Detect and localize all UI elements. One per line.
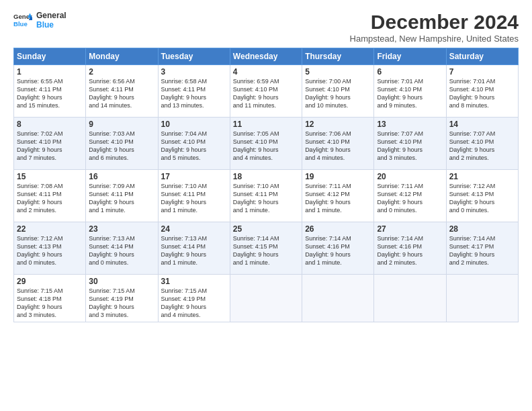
day-number: 6 [377,67,443,77]
calendar-cell: 15Sunrise: 7:08 AM Sunset: 4:11 PM Dayli… [14,170,86,222]
logo-text-line1: General [36,11,66,20]
calendar-body: 1Sunrise: 6:55 AM Sunset: 4:11 PM Daylig… [14,65,519,322]
day-number: 12 [305,120,371,129]
day-number: 11 [233,120,299,129]
day-info: Sunrise: 7:00 AM Sunset: 4:10 PM Dayligh… [305,77,371,110]
calendar-cell: 13Sunrise: 7:07 AM Sunset: 4:10 PM Dayli… [374,118,446,170]
calendar-cell [302,275,374,322]
day-info: Sunrise: 7:07 AM Sunset: 4:10 PM Dayligh… [449,130,515,163]
day-number: 7 [449,67,515,77]
weekday-header-thursday: Thursday [302,48,374,65]
day-info: Sunrise: 7:09 AM Sunset: 4:11 PM Dayligh… [89,182,154,215]
calendar-cell: 8Sunrise: 7:02 AM Sunset: 4:10 PM Daylig… [14,118,86,170]
day-number: 26 [305,224,371,234]
calendar-cell: 26Sunrise: 7:14 AM Sunset: 4:16 PM Dayli… [302,222,374,275]
week-row-4: 22Sunrise: 7:12 AM Sunset: 4:13 PM Dayli… [14,222,519,275]
day-info: Sunrise: 7:15 AM Sunset: 4:19 PM Dayligh… [161,287,227,320]
calendar-cell [230,275,302,322]
day-number: 10 [161,120,227,129]
day-info: Sunrise: 7:01 AM Sunset: 4:10 PM Dayligh… [377,77,443,110]
calendar-cell: 27Sunrise: 7:14 AM Sunset: 4:16 PM Dayli… [374,222,446,275]
day-info: Sunrise: 7:10 AM Sunset: 4:11 PM Dayligh… [233,182,299,215]
calendar-cell: 5Sunrise: 7:00 AM Sunset: 4:10 PM Daylig… [302,65,374,118]
day-info: Sunrise: 7:15 AM Sunset: 4:18 PM Dayligh… [17,287,83,320]
calendar-cell: 28Sunrise: 7:14 AM Sunset: 4:17 PM Dayli… [446,222,518,275]
calendar-cell [446,275,518,322]
calendar-table: SundayMondayTuesdayWednesdayThursdayFrid… [13,48,519,322]
day-info: Sunrise: 7:14 AM Sunset: 4:16 PM Dayligh… [377,234,443,267]
day-number: 15 [17,172,83,181]
calendar-cell: 1Sunrise: 6:55 AM Sunset: 4:11 PM Daylig… [14,65,86,118]
calendar-cell: 17Sunrise: 7:10 AM Sunset: 4:11 PM Dayli… [158,170,230,222]
day-info: Sunrise: 7:07 AM Sunset: 4:10 PM Dayligh… [377,130,443,163]
calendar-cell: 11Sunrise: 7:05 AM Sunset: 4:10 PM Dayli… [230,118,302,170]
day-number: 3 [161,67,227,77]
day-info: Sunrise: 7:11 AM Sunset: 4:12 PM Dayligh… [377,182,443,215]
weekday-header-tuesday: Tuesday [158,48,230,65]
calendar-cell: 14Sunrise: 7:07 AM Sunset: 4:10 PM Dayli… [446,118,518,170]
week-row-5: 29Sunrise: 7:15 AM Sunset: 4:18 PM Dayli… [14,275,519,322]
day-number: 1 [17,67,83,77]
day-info: Sunrise: 7:10 AM Sunset: 4:11 PM Dayligh… [161,182,227,215]
calendar-cell: 12Sunrise: 7:06 AM Sunset: 4:10 PM Dayli… [302,118,374,170]
day-info: Sunrise: 6:59 AM Sunset: 4:10 PM Dayligh… [233,77,299,110]
calendar-cell: 2Sunrise: 6:56 AM Sunset: 4:11 PM Daylig… [86,65,158,118]
day-number: 23 [89,224,154,234]
calendar-cell: 25Sunrise: 7:14 AM Sunset: 4:15 PM Dayli… [230,222,302,275]
day-info: Sunrise: 7:14 AM Sunset: 4:15 PM Dayligh… [233,234,299,267]
day-number: 30 [89,277,154,286]
day-number: 4 [233,67,299,77]
calendar-cell: 7Sunrise: 7:01 AM Sunset: 4:10 PM Daylig… [446,65,518,118]
day-info: Sunrise: 7:12 AM Sunset: 4:13 PM Dayligh… [449,182,515,215]
day-number: 2 [89,67,154,77]
calendar-cell: 31Sunrise: 7:15 AM Sunset: 4:19 PM Dayli… [158,275,230,322]
day-info: Sunrise: 6:58 AM Sunset: 4:11 PM Dayligh… [161,77,227,110]
weekday-header-saturday: Saturday [446,48,518,65]
calendar-header: SundayMondayTuesdayWednesdayThursdayFrid… [14,48,519,65]
day-info: Sunrise: 7:01 AM Sunset: 4:10 PM Dayligh… [449,77,515,110]
day-info: Sunrise: 7:08 AM Sunset: 4:11 PM Dayligh… [17,182,83,215]
calendar-cell: 10Sunrise: 7:04 AM Sunset: 4:10 PM Dayli… [158,118,230,170]
day-info: Sunrise: 7:13 AM Sunset: 4:14 PM Dayligh… [161,234,227,267]
calendar-cell: 21Sunrise: 7:12 AM Sunset: 4:13 PM Dayli… [446,170,518,222]
day-number: 14 [449,120,515,129]
day-number: 17 [161,172,227,181]
day-number: 27 [377,224,443,234]
weekday-header-sunday: Sunday [14,48,86,65]
day-number: 8 [17,120,83,129]
calendar-cell: 19Sunrise: 7:11 AM Sunset: 4:12 PM Dayli… [302,170,374,222]
logo: General Blue General Blue [13,11,66,30]
location: Hampstead, New Hampshire, United States [350,34,519,44]
day-info: Sunrise: 7:15 AM Sunset: 4:19 PM Dayligh… [89,287,154,320]
calendar-cell: 23Sunrise: 7:13 AM Sunset: 4:14 PM Dayli… [86,222,158,275]
day-info: Sunrise: 7:05 AM Sunset: 4:10 PM Dayligh… [233,130,299,163]
svg-text:Blue: Blue [13,20,28,28]
week-row-2: 8Sunrise: 7:02 AM Sunset: 4:10 PM Daylig… [14,118,519,170]
logo-icon: General Blue [13,11,32,30]
day-number: 24 [161,224,227,234]
calendar-cell: 9Sunrise: 7:03 AM Sunset: 4:10 PM Daylig… [86,118,158,170]
day-info: Sunrise: 7:06 AM Sunset: 4:10 PM Dayligh… [305,130,371,163]
main-container: General Blue General Blue December 2024 … [0,0,532,329]
month-title: December 2024 [350,11,519,34]
week-row-3: 15Sunrise: 7:08 AM Sunset: 4:11 PM Dayli… [14,170,519,222]
day-number: 28 [449,224,515,234]
day-number: 22 [17,224,83,234]
day-info: Sunrise: 7:12 AM Sunset: 4:13 PM Dayligh… [17,234,83,267]
day-number: 21 [449,172,515,181]
calendar-cell: 29Sunrise: 7:15 AM Sunset: 4:18 PM Dayli… [14,275,86,322]
calendar-cell: 4Sunrise: 6:59 AM Sunset: 4:10 PM Daylig… [230,65,302,118]
weekday-header-friday: Friday [374,48,446,65]
week-row-1: 1Sunrise: 6:55 AM Sunset: 4:11 PM Daylig… [14,65,519,118]
day-info: Sunrise: 7:04 AM Sunset: 4:10 PM Dayligh… [161,130,227,163]
day-number: 19 [305,172,371,181]
day-info: Sunrise: 6:55 AM Sunset: 4:11 PM Dayligh… [17,77,83,110]
day-info: Sunrise: 6:56 AM Sunset: 4:11 PM Dayligh… [89,77,154,110]
day-number: 9 [89,120,154,129]
calendar-cell: 3Sunrise: 6:58 AM Sunset: 4:11 PM Daylig… [158,65,230,118]
weekday-header-monday: Monday [86,48,158,65]
logo-text-line2: Blue [36,20,66,30]
day-number: 13 [377,120,443,129]
calendar-cell: 24Sunrise: 7:13 AM Sunset: 4:14 PM Dayli… [158,222,230,275]
day-number: 5 [305,67,371,77]
